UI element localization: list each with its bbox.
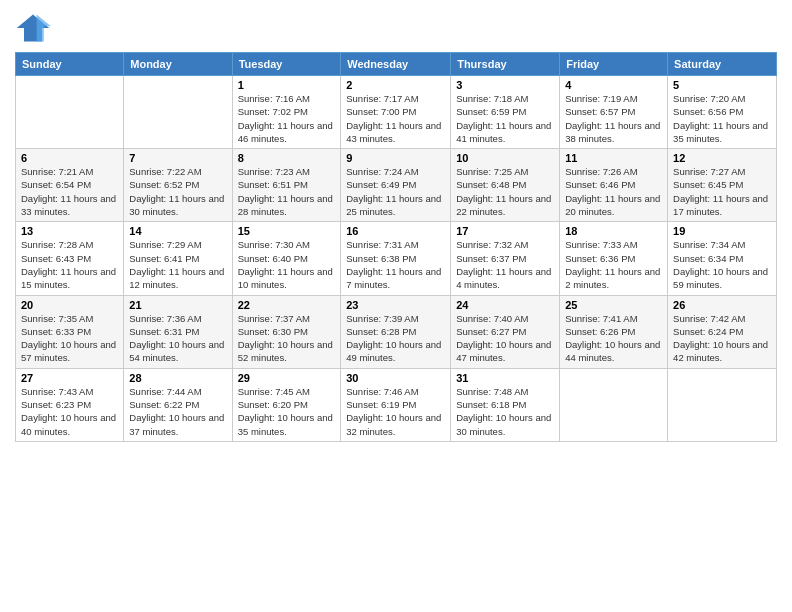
day-info: Sunrise: 7:28 AM Sunset: 6:43 PM Dayligh… [21,238,118,291]
sunrise: Sunrise: 7:45 AM [238,386,310,397]
daylight: Daylight: 11 hours and 28 minutes. [238,193,333,217]
day-info: Sunrise: 7:16 AM Sunset: 7:02 PM Dayligh… [238,92,336,145]
calendar-cell: 10 Sunrise: 7:25 AM Sunset: 6:48 PM Dayl… [451,149,560,222]
day-number: 26 [673,299,771,311]
svg-marker-0 [17,15,49,42]
day-number: 18 [565,225,662,237]
sunrise: Sunrise: 7:21 AM [21,166,93,177]
calendar-cell: 15 Sunrise: 7:30 AM Sunset: 6:40 PM Dayl… [232,222,341,295]
sunrise: Sunrise: 7:32 AM [456,239,528,250]
sunset: Sunset: 6:23 PM [21,399,91,410]
sunset: Sunset: 6:52 PM [129,179,199,190]
daylight: Daylight: 11 hours and 2 minutes. [565,266,660,290]
calendar-cell: 23 Sunrise: 7:39 AM Sunset: 6:28 PM Dayl… [341,295,451,368]
logo [15,10,55,46]
sunrise: Sunrise: 7:48 AM [456,386,528,397]
daylight: Daylight: 10 hours and 35 minutes. [238,412,333,436]
sunrise: Sunrise: 7:20 AM [673,93,745,104]
sunset: Sunset: 6:26 PM [565,326,635,337]
calendar-cell: 27 Sunrise: 7:43 AM Sunset: 6:23 PM Dayl… [16,368,124,441]
day-number: 19 [673,225,771,237]
sunset: Sunset: 6:24 PM [673,326,743,337]
day-number: 24 [456,299,554,311]
day-info: Sunrise: 7:35 AM Sunset: 6:33 PM Dayligh… [21,312,118,365]
day-number: 25 [565,299,662,311]
sunrise: Sunrise: 7:33 AM [565,239,637,250]
sunset: Sunset: 6:18 PM [456,399,526,410]
day-number: 12 [673,152,771,164]
calendar-cell: 9 Sunrise: 7:24 AM Sunset: 6:49 PM Dayli… [341,149,451,222]
sunset: Sunset: 6:49 PM [346,179,416,190]
day-info: Sunrise: 7:24 AM Sunset: 6:49 PM Dayligh… [346,165,445,218]
day-number: 6 [21,152,118,164]
sunset: Sunset: 6:41 PM [129,253,199,264]
day-number: 17 [456,225,554,237]
daylight: Daylight: 11 hours and 30 minutes. [129,193,224,217]
sunset: Sunset: 6:46 PM [565,179,635,190]
day-number: 13 [21,225,118,237]
calendar-cell: 24 Sunrise: 7:40 AM Sunset: 6:27 PM Dayl… [451,295,560,368]
daylight: Daylight: 11 hours and 22 minutes. [456,193,551,217]
daylight: Daylight: 11 hours and 33 minutes. [21,193,116,217]
day-info: Sunrise: 7:26 AM Sunset: 6:46 PM Dayligh… [565,165,662,218]
day-info: Sunrise: 7:27 AM Sunset: 6:45 PM Dayligh… [673,165,771,218]
calendar-cell: 5 Sunrise: 7:20 AM Sunset: 6:56 PM Dayli… [668,76,777,149]
daylight: Daylight: 11 hours and 4 minutes. [456,266,551,290]
day-info: Sunrise: 7:20 AM Sunset: 6:56 PM Dayligh… [673,92,771,145]
daylight: Daylight: 11 hours and 25 minutes. [346,193,441,217]
day-info: Sunrise: 7:30 AM Sunset: 6:40 PM Dayligh… [238,238,336,291]
calendar-header-friday: Friday [560,53,668,76]
sunset: Sunset: 6:48 PM [456,179,526,190]
calendar-cell [668,368,777,441]
sunset: Sunset: 6:20 PM [238,399,308,410]
day-number: 4 [565,79,662,91]
sunrise: Sunrise: 7:36 AM [129,313,201,324]
daylight: Daylight: 10 hours and 30 minutes. [456,412,551,436]
sunset: Sunset: 6:33 PM [21,326,91,337]
day-number: 16 [346,225,445,237]
calendar-cell: 16 Sunrise: 7:31 AM Sunset: 6:38 PM Dayl… [341,222,451,295]
sunset: Sunset: 6:45 PM [673,179,743,190]
sunset: Sunset: 6:54 PM [21,179,91,190]
daylight: Daylight: 10 hours and 40 minutes. [21,412,116,436]
day-number: 1 [238,79,336,91]
calendar-header-sunday: Sunday [16,53,124,76]
daylight: Daylight: 11 hours and 46 minutes. [238,120,333,144]
sunrise: Sunrise: 7:29 AM [129,239,201,250]
logo-icon [15,10,51,46]
day-info: Sunrise: 7:31 AM Sunset: 6:38 PM Dayligh… [346,238,445,291]
sunrise: Sunrise: 7:28 AM [21,239,93,250]
daylight: Daylight: 10 hours and 54 minutes. [129,339,224,363]
sunset: Sunset: 6:28 PM [346,326,416,337]
daylight: Daylight: 11 hours and 20 minutes. [565,193,660,217]
sunset: Sunset: 7:02 PM [238,106,308,117]
daylight: Daylight: 10 hours and 47 minutes. [456,339,551,363]
day-info: Sunrise: 7:33 AM Sunset: 6:36 PM Dayligh… [565,238,662,291]
day-number: 10 [456,152,554,164]
day-info: Sunrise: 7:25 AM Sunset: 6:48 PM Dayligh… [456,165,554,218]
day-number: 5 [673,79,771,91]
sunrise: Sunrise: 7:22 AM [129,166,201,177]
day-info: Sunrise: 7:29 AM Sunset: 6:41 PM Dayligh… [129,238,226,291]
sunset: Sunset: 6:43 PM [21,253,91,264]
daylight: Daylight: 11 hours and 41 minutes. [456,120,551,144]
day-info: Sunrise: 7:40 AM Sunset: 6:27 PM Dayligh… [456,312,554,365]
calendar-cell: 22 Sunrise: 7:37 AM Sunset: 6:30 PM Dayl… [232,295,341,368]
day-info: Sunrise: 7:37 AM Sunset: 6:30 PM Dayligh… [238,312,336,365]
sunrise: Sunrise: 7:40 AM [456,313,528,324]
sunrise: Sunrise: 7:34 AM [673,239,745,250]
calendar-cell: 1 Sunrise: 7:16 AM Sunset: 7:02 PM Dayli… [232,76,341,149]
daylight: Daylight: 11 hours and 10 minutes. [238,266,333,290]
daylight: Daylight: 11 hours and 43 minutes. [346,120,441,144]
day-number: 9 [346,152,445,164]
day-info: Sunrise: 7:45 AM Sunset: 6:20 PM Dayligh… [238,385,336,438]
calendar-cell: 14 Sunrise: 7:29 AM Sunset: 6:41 PM Dayl… [124,222,232,295]
calendar-cell: 11 Sunrise: 7:26 AM Sunset: 6:46 PM Dayl… [560,149,668,222]
sunset: Sunset: 6:51 PM [238,179,308,190]
sunset: Sunset: 6:37 PM [456,253,526,264]
sunrise: Sunrise: 7:39 AM [346,313,418,324]
day-info: Sunrise: 7:43 AM Sunset: 6:23 PM Dayligh… [21,385,118,438]
day-number: 28 [129,372,226,384]
calendar-header-monday: Monday [124,53,232,76]
day-info: Sunrise: 7:23 AM Sunset: 6:51 PM Dayligh… [238,165,336,218]
